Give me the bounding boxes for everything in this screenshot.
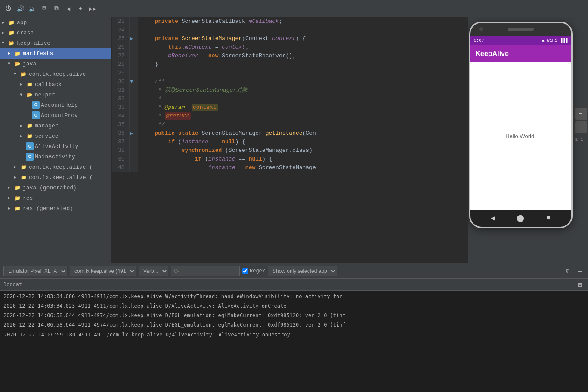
- arrow-icon: ▶: [2, 30, 8, 35]
- sidebar-item-crash[interactable]: ▶ 📁 crash: [0, 28, 111, 38]
- sidebar-item-helper[interactable]: ▼ 📂 helper: [0, 90, 111, 100]
- line-number: 34: [112, 112, 129, 120]
- line-gutter: [129, 146, 138, 155]
- log-text: 2020-12-22 14:06:59.180 4911-4911/com.lx…: [4, 332, 290, 338]
- regex-checkbox-label[interactable]: Regex: [242, 268, 265, 274]
- sidebar-item-label: helper: [35, 92, 55, 98]
- show-only-selector[interactable]: Show only selected app: [268, 266, 337, 276]
- line-code: * 获取ScreenStateManager对象: [138, 86, 467, 95]
- line-code: mReceiver = new ScreenStateReceiver();: [138, 52, 467, 60]
- folder-icon: 📁: [26, 80, 34, 88]
- log-text: 2020-12-22 14:03:34.006 4911-4911/com.lx…: [3, 293, 342, 299]
- folder-icon: 📁: [26, 122, 34, 130]
- phone-app-title: KeepAlive: [476, 50, 509, 58]
- phone-camera: [479, 27, 483, 31]
- line-gutter: [129, 103, 138, 112]
- fold-arrow[interactable]: ▼: [130, 79, 133, 84]
- line-code: synchronized (ScreenStateManager.class): [138, 146, 467, 155]
- phone-title-bar: KeepAlive: [470, 45, 571, 62]
- phone-home-button[interactable]: ⬤: [516, 214, 525, 222]
- arrow-icon: ▼: [2, 41, 8, 46]
- sidebar-item-accounthelp[interactable]: ▶ C AccountHelp: [0, 100, 111, 110]
- line-gutter: ▼: [129, 77, 138, 86]
- sidebar-item-app[interactable]: ▶ 📁 app: [0, 17, 111, 28]
- code-line: 39 if (instance == null) {: [112, 155, 467, 164]
- code-line: 34 * @return: [112, 112, 467, 120]
- fold-arrow[interactable]: ▶: [130, 36, 133, 41]
- minimize-icon[interactable]: —: [575, 266, 585, 276]
- sync-icon[interactable]: ⧉: [52, 4, 61, 13]
- code-line: 40 instance = new ScreenStateManage: [112, 164, 467, 172]
- package-selector[interactable]: com.lx.keep.alive (491: [70, 266, 136, 276]
- java-icon: C: [32, 111, 40, 119]
- layout-icon[interactable]: ⧉: [40, 4, 49, 13]
- code-line: 38 synchronized (ScreenStateManager.clas…: [112, 146, 467, 155]
- sidebar-item-label: callback: [35, 81, 62, 88]
- sidebar-item-aliveactivity[interactable]: ▶ C AliveActivity: [0, 141, 111, 151]
- sidebar-item-com-lx-keep-alive[interactable]: ▼ 📂 com.lx.keep.alive: [0, 69, 111, 79]
- sidebar-item-com-lx2[interactable]: ▶ 📁 com.lx.keep.alive (: [0, 162, 111, 172]
- volume-icon[interactable]: 🔉: [28, 4, 37, 13]
- power-icon[interactable]: ⏻: [3, 4, 13, 13]
- logcat-action-icon[interactable]: ⊞: [575, 280, 585, 290]
- sidebar-item-manager[interactable]: ▶ 📁 manager: [0, 120, 111, 131]
- phone-recent-button[interactable]: ■: [544, 214, 553, 222]
- line-code: }: [138, 60, 467, 69]
- regex-checkbox[interactable]: [242, 268, 248, 274]
- verbosity-selector[interactable]: Verb...: [139, 266, 168, 276]
- line-number: 26: [112, 43, 129, 52]
- zoom-out-button[interactable]: −: [575, 121, 587, 133]
- sidebar-item-service[interactable]: ▶ 📁 service: [0, 131, 111, 141]
- phone-back-button[interactable]: ◀: [489, 214, 497, 222]
- line-gutter: [129, 69, 138, 77]
- line-code: *: [138, 95, 467, 103]
- sidebar-item-label: AccountHelp: [41, 102, 78, 108]
- zoom-in-button[interactable]: +: [575, 108, 587, 120]
- back-icon[interactable]: ◀: [64, 4, 73, 13]
- line-code: private ScreenStateCallback mCallback;: [138, 17, 467, 26]
- code-line: 32 *: [112, 95, 467, 103]
- logcat-content[interactable]: 2020-12-22 14:03:34.006 4911-4911/com.lx…: [0, 291, 588, 392]
- sidebar-item-label: service: [35, 133, 59, 139]
- sidebar-item-java[interactable]: ▼ 📂 java: [0, 59, 111, 69]
- sidebar-item-res-generated[interactable]: ▶ 📁 res (generated): [0, 203, 111, 213]
- sidebar-item-callback[interactable]: ▶ 📁 callback: [0, 79, 111, 90]
- fast-forward-icon[interactable]: ▶▶: [88, 4, 97, 13]
- line-number: 25: [112, 34, 129, 43]
- line-gutter: [129, 17, 138, 26]
- logcat-search-input[interactable]: [171, 266, 240, 276]
- sound-icon[interactable]: 🔊: [15, 4, 25, 13]
- sidebar-item-label: keep-alive: [17, 40, 50, 46]
- logcat-title-bar: logcat ⊞: [0, 279, 588, 291]
- sidebar-item-com-lx3[interactable]: ▶ 📁 com.lx.keep.alive (: [0, 172, 111, 182]
- settings-icon[interactable]: ⚙: [563, 266, 573, 276]
- line-gutter: [129, 86, 138, 95]
- folder-open-icon: 📂: [14, 60, 22, 68]
- line-number: 30: [112, 77, 129, 86]
- line-code: if (instance == null) {: [138, 138, 467, 146]
- sidebar-item-res[interactable]: ▶ 📁 res: [0, 193, 111, 203]
- emulator-selector[interactable]: Emulator Pixel_XL_A: [3, 266, 67, 276]
- line-code: private ScreenStateManager(Context conte…: [138, 34, 467, 43]
- line-number: 32: [112, 95, 129, 103]
- record-icon[interactable]: ●: [76, 4, 85, 13]
- code-line: 35 */: [112, 120, 467, 129]
- sidebar-item-mainactivity[interactable]: ▶ C MainActivity: [0, 151, 111, 162]
- line-number: 33: [112, 103, 129, 112]
- phone-top-bar: [470, 23, 571, 36]
- line-code: instance = new ScreenStateManage: [138, 164, 467, 172]
- code-line: 30 ▼ /**: [112, 77, 467, 86]
- code-line: 36 ▶ public static ScreenStateManager ge…: [112, 129, 467, 138]
- sidebar-item-label: res: [23, 195, 33, 201]
- line-code: */: [138, 120, 467, 129]
- sidebar-item-accountprov[interactable]: ▶ C AccountProv: [0, 110, 111, 120]
- folder-icon: 📁: [14, 49, 22, 57]
- arrow-icon: ▶: [8, 206, 14, 211]
- fold-arrow[interactable]: ▶: [130, 131, 133, 136]
- sidebar-item-keep-alive[interactable]: ▼ 📂 keep-alive: [0, 38, 111, 48]
- log-text: 2020-12-22 14:03:34.023 4911-4911/com.lx…: [3, 303, 286, 309]
- code-content[interactable]: 23 private ScreenStateCallback mCallback…: [112, 17, 467, 263]
- sidebar-item-manifests[interactable]: ▶ 📁 manifests: [0, 48, 111, 59]
- log-line-highlighted: 2020-12-22 14:06:59.180 4911-4911/com.lx…: [0, 330, 588, 340]
- sidebar-item-java-generated[interactable]: ▶ 📁 java (generated): [0, 182, 111, 193]
